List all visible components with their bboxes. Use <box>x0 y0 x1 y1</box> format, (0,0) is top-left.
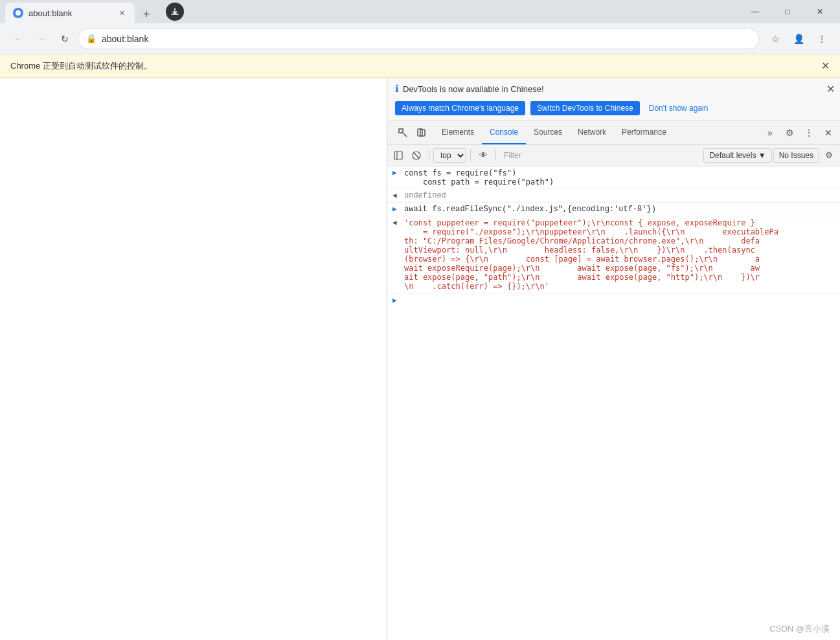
menu-button[interactable]: ⋮ <box>812 29 832 49</box>
toolbar-separator-3 <box>495 150 496 161</box>
devtools-close-button[interactable]: ✕ <box>819 124 837 142</box>
console-settings-button[interactable]: ⚙ <box>821 147 837 164</box>
maximize-button[interactable]: □ <box>773 0 802 23</box>
console-text: 'const puppeteer = require("puppeteer");… <box>404 218 835 291</box>
automation-bar: Chrome 正受到自动测试软件的控制。 ✕ <box>0 54 840 78</box>
expand-arrow[interactable]: ▶ <box>392 168 400 177</box>
expand-arrow[interactable]: ▶ <box>392 205 400 213</box>
watermark: CSDN @言小溪 <box>769 623 830 635</box>
active-tab[interactable]: about:blank ✕ <box>5 3 135 23</box>
console-line: ▶ const fs = require("fs") const path = … <box>387 166 840 189</box>
address-text: about:blank <box>102 34 148 44</box>
devtools-more-options-button[interactable]: ⋮ <box>800 124 818 142</box>
notification-buttons: Always match Chrome's language Switch De… <box>395 101 832 115</box>
devtools-tabs: Elements Console Sources Network Perform… <box>387 121 840 144</box>
tab-overflow: » ⚙ ⋮ ✕ <box>761 124 837 142</box>
titlebar: about:blank ✕ + — □ ✕ <box>0 0 840 23</box>
bookmark-button[interactable]: ☆ <box>765 29 786 49</box>
tab-close-button[interactable]: ✕ <box>117 8 127 18</box>
result-arrow: ◀ <box>392 191 400 200</box>
console-toolbar: top 👁 Default levels ▼ No Issues ⚙ <box>387 144 840 166</box>
downloads-button[interactable] <box>166 3 184 21</box>
console-text: const fs = require("fs") const path = re… <box>404 168 835 187</box>
console-prompt-arrow: ▶ <box>392 296 400 304</box>
svg-point-0 <box>16 10 21 16</box>
notification-message: DevTools is now available in Chinese! <box>403 84 544 94</box>
devtools-notification: ℹ DevTools is now available in Chinese! … <box>387 78 840 121</box>
profile-button[interactable]: 👤 <box>788 29 809 49</box>
refresh-button[interactable]: ↻ <box>54 29 75 49</box>
tab-performance[interactable]: Performance <box>614 121 674 144</box>
address-lock-icon: 🔒 <box>86 34 96 43</box>
toolbar-separator-1 <box>429 150 429 161</box>
tab-title: about:blank <box>28 8 72 18</box>
forward-button[interactable]: → <box>31 29 52 49</box>
toolbar-separator-2 <box>470 150 471 161</box>
no-issues-button[interactable]: No Issues <box>773 148 819 163</box>
console-line: ◀ undefined <box>387 189 840 203</box>
tab-sources[interactable]: Sources <box>526 121 570 144</box>
address-bar[interactable]: 🔒 about:blank <box>78 29 760 49</box>
svg-line-8 <box>414 153 419 158</box>
more-tabs-button[interactable]: » <box>761 124 779 142</box>
console-sidebar-button[interactable] <box>390 147 407 164</box>
window-controls: — □ ✕ <box>740 0 835 23</box>
tab-strip: about:blank ✕ + <box>5 0 155 23</box>
result-arrow: ◀ <box>392 218 400 227</box>
console-line: ▶ await fs.readFileSync("./index.js",{en… <box>387 203 840 216</box>
devtools-settings-button[interactable]: ⚙ <box>780 124 799 142</box>
notification-info-icon: ℹ <box>395 83 399 95</box>
svg-rect-1 <box>399 129 403 133</box>
console-input-line: ▶ <box>387 293 840 306</box>
tab-favicon <box>13 8 23 18</box>
device-toolbar-button[interactable] <box>412 124 430 142</box>
context-selector[interactable]: top <box>433 148 466 163</box>
switch-to-chinese-button[interactable]: Switch DevTools to Chinese <box>530 101 640 115</box>
dont-show-again-button[interactable]: Don't show again <box>645 101 712 115</box>
automation-message: Chrome 正受到自动测试软件的控制。 <box>10 60 152 72</box>
close-window-button[interactable]: ✕ <box>805 0 835 23</box>
new-tab-button[interactable]: + <box>137 5 155 23</box>
main-content: ℹ DevTools is now available in Chinese! … <box>0 78 840 640</box>
console-filter-input[interactable] <box>500 150 702 161</box>
devtools-tab-icons <box>390 124 434 142</box>
default-levels-button[interactable]: Default levels ▼ <box>703 148 771 163</box>
console-text: await fs.readFileSync("./index.js",{enco… <box>404 205 835 214</box>
notification-close-button[interactable]: ✕ <box>826 83 835 95</box>
tab-elements[interactable]: Elements <box>434 121 482 144</box>
devtools-panel: ℹ DevTools is now available in Chinese! … <box>387 78 840 640</box>
minimize-button[interactable]: — <box>740 0 770 23</box>
svg-rect-5 <box>394 152 402 159</box>
console-text: undefined <box>404 191 835 200</box>
navbar: ← → ↻ 🔒 about:blank ☆ 👤 ⋮ <box>0 23 840 54</box>
live-expressions-button[interactable]: 👁 <box>475 147 492 164</box>
inspect-element-button[interactable] <box>394 124 412 142</box>
nav-actions: ☆ 👤 ⋮ <box>765 29 832 49</box>
clear-console-button[interactable] <box>408 147 425 164</box>
automation-close-button[interactable]: ✕ <box>821 60 830 72</box>
tab-network[interactable]: Network <box>570 121 614 144</box>
svg-line-2 <box>403 133 407 137</box>
tab-console[interactable]: Console <box>482 121 526 144</box>
console-line: ◀ 'const puppeteer = require("puppeteer"… <box>387 216 840 293</box>
console-output: ▶ const fs = require("fs") const path = … <box>387 166 840 640</box>
always-match-language-button[interactable]: Always match Chrome's language <box>395 101 525 115</box>
back-button[interactable]: ← <box>8 29 28 49</box>
